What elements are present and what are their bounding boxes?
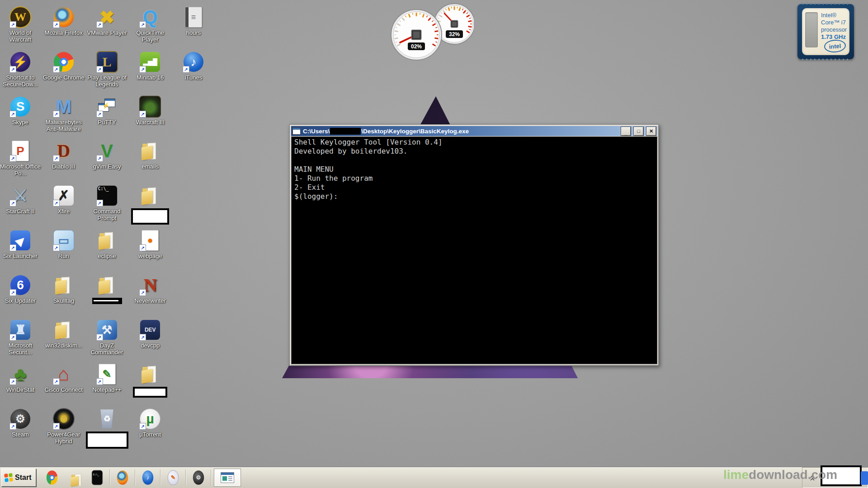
desktop-icon-utorrent[interactable]: µ↗µTorrent (129, 408, 172, 438)
desktop-icon-cisco-connect[interactable]: ⌂↗Cisco Connect (42, 363, 85, 393)
desktop-icon-world-of-warcraft[interactable]: W↗World of Warcraft (0, 6, 42, 43)
desktop-icon-minitab-16[interactable]: ▂▅█↗Minitab 16 (129, 51, 172, 81)
desktop-icon-steam[interactable]: ⚙↗Steam (0, 408, 42, 438)
desktop-icon-vmware-player[interactable]: ✖↗VMware Player (85, 6, 128, 36)
power4gear-hybrid-icon: ◉↗ (53, 408, 75, 430)
mozilla-firefox-icon: ↗ (53, 6, 75, 28)
taskbar-separator (135, 469, 136, 486)
desktop-icon-label: Mozilla Firefox (42, 29, 85, 36)
intel-cpu-gadget[interactable]: Intel® Core™ i7 processor 1.73 GHz intel (797, 4, 854, 59)
shortcut-arrow-icon: ↗ (96, 155, 103, 162)
desktop-icon-microsoft-office-po[interactable]: P↗Microsoft Office Po... (0, 140, 42, 177)
desktop-icon-notepadpp[interactable]: ✎↗Notepad++ (85, 363, 128, 393)
taskbar-item-chrome[interactable] (41, 469, 63, 487)
desktop-icon-skype[interactable]: S↗Skype (0, 96, 42, 126)
desktop-icon-microsoft-securit[interactable]: ♜↗Microsoft Securit... (0, 319, 42, 356)
censored-folder-2-icon (96, 274, 118, 296)
minimize-button[interactable]: _ (621, 127, 631, 136)
desktop-icon-xfire[interactable]: ✗↗Xfire (42, 185, 85, 215)
firefox-taskbar-icon (117, 472, 128, 483)
intel-chip-face: Intel® Core™ i7 processor 1.73 GHz intel (802, 8, 849, 55)
desktop-icon-shortcut-to-securedow[interactable]: ⚡↗Shortcut to SecureDow... (0, 51, 42, 88)
desktop-icon-dayz-commander[interactable]: ⚒↗DayZ Commander (85, 319, 128, 356)
cpu-gauge: 02% (391, 9, 442, 60)
desktop-icon-neverwinter[interactable]: N↗Neverwinter (129, 274, 172, 304)
start-button[interactable]: Start (1, 469, 36, 487)
shortcut-arrow-icon: ↗ (9, 244, 16, 251)
maximize-button[interactable]: □ (634, 127, 643, 136)
desktop-icon-label: Minitab 16 (129, 74, 172, 81)
shortcut-arrow-icon: ↗ (96, 200, 103, 206)
cpu-meter-gadget[interactable]: 32% 02% (386, 3, 474, 61)
desktop-icon-label: Shortcut to SecureDow... (0, 74, 42, 88)
desktop-icon-putty[interactable]: ⚡↗PuTTY (85, 96, 128, 126)
censored-folder-3-icon (139, 363, 161, 385)
desktop-icon-starcraft-ii[interactable]: ⚔↗StarCraft II (0, 185, 42, 215)
dayz-commander-icon: ⚒↗ (96, 319, 118, 341)
steam-taskbar-icon: ⚙ (193, 472, 204, 483)
taskbar-item-itunes[interactable]: ♪ (137, 469, 159, 487)
desktop-icon-play-league-of-legends[interactable]: L↗Play League of Legends (85, 51, 128, 88)
console-window-icon (292, 127, 301, 135)
desktop-icon-gvim-easy[interactable]: V↗gVim Easy (85, 140, 128, 170)
taskbar-item-firefox[interactable] (111, 469, 134, 487)
desktop-icon-censored-folder-3[interactable] (129, 363, 172, 398)
console-output[interactable]: Shell Keylogger Tool [Version 0.4] Devel… (291, 136, 657, 364)
taskbar-item-paint[interactable]: ✎ (162, 469, 184, 487)
desktop-icon-webpage[interactable]: ●↗webpage (129, 230, 172, 259)
windows-flag-icon (4, 473, 13, 482)
minitab-16-icon: ▂▅█↗ (139, 51, 161, 73)
desktop-icon-run[interactable]: ▭↗Run (42, 230, 85, 259)
desktop-icon-power4gear-hybrid[interactable]: ◉↗Power4Gear Hybrid (42, 408, 85, 445)
desktop-icon-diablo-iii[interactable]: D↗Diablo III (42, 140, 85, 170)
desktop-icon-label: Play League of Legends (85, 74, 128, 88)
window-titlebar[interactable]: C:\Users\\Desktop\Keylogger\BasicKeylog.… (291, 126, 657, 136)
close-button[interactable]: ✕ (646, 127, 656, 136)
desktop-icon-hours[interactable]: ≡hours (172, 6, 215, 36)
cisco-connect-icon: ⌂↗ (53, 363, 75, 385)
desktop-icon-label: VMware Player (85, 29, 128, 36)
taskbar-separator (185, 469, 186, 486)
desktop-icon-command-prompt[interactable]: C:\_↗Command Prompt (85, 185, 128, 221)
desktop-icon-recycle-bin[interactable]: ♻ (85, 408, 128, 449)
desktop-icon-six-updater[interactable]: 6↗Six Updater (0, 274, 42, 304)
tray-expand-button[interactable] (807, 471, 818, 484)
desktop-icon-quicktime-player[interactable]: Q↗QuickTime Player (129, 6, 172, 43)
desktop-icon-devcpp[interactable]: DEV↗devcpp (129, 319, 172, 349)
taskbar-item-windows-explorer[interactable] (63, 469, 86, 487)
taskbar-button-basickeylog[interactable] (214, 469, 241, 487)
chrome-taskbar-icon (47, 472, 57, 483)
shortcut-arrow-icon: ↗ (9, 200, 16, 206)
diablo-iii-icon: D↗ (53, 140, 75, 162)
quick-launch-bar: C:\_♪✎⚙ (41, 467, 210, 488)
desktop-icon-mozilla-firefox[interactable]: ↗Mozilla Firefox (42, 6, 85, 36)
intel-text: Intel® Core™ i7 processor 1.73 GHz (821, 12, 847, 41)
desktop-icon-malwarebytes-anti-malware[interactable]: M↗Malwarebytes Anti-Malware (42, 96, 85, 132)
censored-folder-1-icon (139, 185, 161, 206)
desktop-icon-label: gVim Easy (85, 163, 128, 170)
desktop-icon-censored-folder-2[interactable] (85, 274, 128, 304)
taskbar-item-command-prompt[interactable]: C:\_ (86, 469, 108, 487)
shortcut-arrow-icon: ↗ (9, 21, 16, 28)
desktop-icon-label: Neverwinter (129, 297, 172, 304)
emails-icon (139, 140, 161, 162)
shortcut-arrow-icon: ↗ (96, 334, 103, 341)
desktop-icon-censored-folder-1[interactable] (129, 185, 172, 225)
desktop-icon-emails[interactable]: emails (129, 140, 172, 170)
quicktime-player-icon: Q↗ (139, 6, 161, 28)
desktop-icon-eclipse[interactable]: eclipse (85, 230, 128, 259)
desktop-icon-windirstat[interactable]: ♣↗WinDirStat (0, 363, 42, 393)
desktop-icon-google-chrome[interactable]: ↗Google Chrome (42, 51, 85, 81)
taskbar-item-steam[interactable]: ⚙ (187, 469, 210, 487)
username-censor-box (330, 128, 361, 135)
desktop-icon-warcraft-iii[interactable]: ↗Warcraft III (129, 96, 172, 126)
shortcut-arrow-icon: ↗ (139, 66, 146, 73)
desktop-icon-label: Six Updater (0, 297, 42, 304)
desktop-icon-six-launcher[interactable]: ▶↗Six Launcher (0, 230, 42, 259)
desktop-icon-skulltag[interactable]: Skulltag (42, 274, 85, 304)
desktop-icon-itunes[interactable]: ♪↗iTunes (172, 51, 215, 81)
eclipse-icon (96, 230, 118, 251)
command-prompt-icon: C:\_↗ (96, 185, 118, 206)
six-launcher-icon: ▶↗ (9, 230, 31, 251)
desktop-icon-win32diskim[interactable]: win32diskim... (42, 319, 85, 349)
